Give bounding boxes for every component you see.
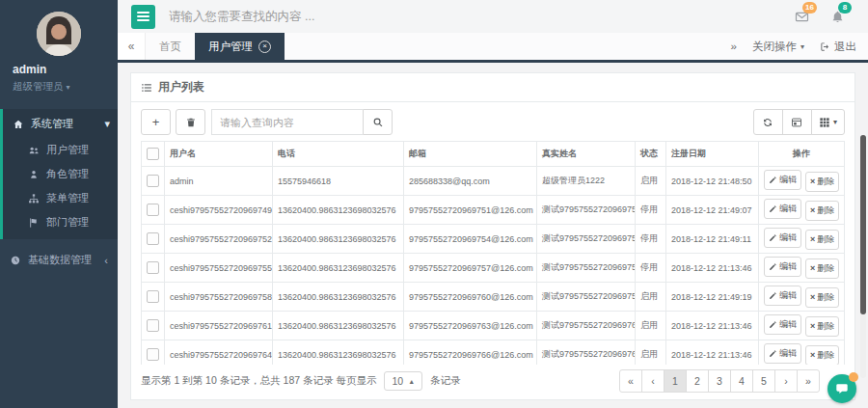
- pencil-icon: [769, 320, 777, 329]
- cell-phone: 13620400.9863123698032576: [273, 312, 404, 340]
- row-checkbox[interactable]: [147, 175, 159, 187]
- row-checkbox[interactable]: [147, 261, 159, 274]
- notifications-bell-icon[interactable]: 8: [830, 10, 845, 24]
- table-row: ceshi9795755272096976413620400.986312369…: [142, 340, 845, 366]
- cell-phone: 13620400.9863123698032576: [273, 225, 404, 254]
- sidebar-item-role-mgmt[interactable]: 角色管理: [3, 162, 118, 186]
- tab-user-mgmt[interactable]: 用户管理 ×: [195, 33, 285, 60]
- edit-button[interactable]: 编辑: [764, 199, 801, 219]
- scrollbar-track[interactable]: [860, 135, 866, 378]
- page-2-button[interactable]: 2: [686, 369, 709, 393]
- refresh-button[interactable]: [753, 109, 783, 135]
- delete-button[interactable]: ×删除: [805, 287, 839, 308]
- cell-status: 启用: [636, 283, 666, 312]
- cell-realname: 测试97957552720969756: [537, 254, 636, 283]
- sidebar: admin 超级管理员 ▾ 系统管理 ▾ 用户管理: [0, 0, 118, 408]
- global-search-input[interactable]: [167, 9, 585, 24]
- tabs-scroll-left-button[interactable]: «: [118, 33, 146, 60]
- cell-realname: 测试97957552720969765: [537, 340, 636, 366]
- cell-date: 2018-12-12 21:13:46: [666, 312, 759, 340]
- chevron-down-icon: ▾: [104, 118, 110, 130]
- sidebar-item-user-mgmt[interactable]: 用户管理: [3, 138, 118, 162]
- row-checkbox[interactable]: [147, 232, 159, 245]
- delete-selected-button[interactable]: [176, 109, 205, 135]
- tab-bar: « 首页 用户管理 × » 关闭操作 ▾ 退出: [118, 33, 868, 63]
- page-next-button[interactable]: ›: [774, 369, 798, 393]
- toggle-view-button[interactable]: [782, 109, 812, 135]
- messages-envelope-icon[interactable]: 16: [795, 10, 809, 24]
- edit-button[interactable]: 编辑: [764, 286, 801, 306]
- sidebar-item-label: 用户管理: [46, 143, 89, 157]
- cell-operations: 编辑×删除: [759, 312, 845, 340]
- sidebar-item-basic-data[interactable]: 基础数据管理 ‹: [0, 245, 118, 275]
- sidebar-item-label: 部门管理: [46, 215, 89, 230]
- row-checkbox[interactable]: [147, 290, 159, 303]
- notifications-badge: 8: [838, 2, 852, 14]
- cell-date: 2018-12-12 21:13:46: [666, 340, 759, 366]
- row-checkbox[interactable]: [147, 348, 159, 361]
- page-size-select[interactable]: 10 ▲: [384, 371, 422, 391]
- logout-button[interactable]: 退出: [820, 40, 856, 54]
- page-4-button[interactable]: 4: [730, 369, 753, 393]
- sidebar-item-label: 系统管理: [31, 117, 97, 131]
- tabs-scroll-right-button[interactable]: »: [731, 41, 737, 52]
- table-wrap: 用户名电话邮箱真实姓名状态注册日期操作 admin155759466182856…: [131, 141, 854, 365]
- sidebar-item-menu-mgmt[interactable]: 菜单管理: [3, 186, 118, 210]
- home-icon: [13, 119, 24, 130]
- pagination-summary-prefix: 显示第 1 到第 10 条记录，总共 187 条记录 每页显示: [141, 374, 376, 388]
- tab-home[interactable]: 首页: [146, 33, 195, 60]
- cell-username: ceshi97957552720969752: [165, 225, 273, 254]
- sidebar-group-system: 系统管理 ▾ 用户管理 角色管理: [0, 109, 118, 239]
- page-first-button[interactable]: «: [619, 369, 642, 393]
- cell-username: ceshi97957552720969761: [165, 312, 273, 340]
- edit-button[interactable]: 编辑: [764, 257, 801, 277]
- row-checkbox[interactable]: [147, 319, 159, 332]
- edit-button[interactable]: 编辑: [764, 314, 801, 335]
- sidebar-item-dept-mgmt[interactable]: 部门管理: [3, 210, 118, 234]
- cell-email: 97957552720969751@126.com: [404, 196, 537, 225]
- edit-button[interactable]: 编辑: [764, 228, 801, 248]
- edit-button[interactable]: 编辑: [764, 343, 801, 364]
- table-row: ceshi9795755272096975213620400.986312369…: [142, 225, 845, 254]
- delete-button[interactable]: ×删除: [805, 316, 839, 337]
- add-button[interactable]: +: [141, 109, 171, 135]
- cell-phone: 13620400.9863123698032576: [273, 196, 404, 225]
- caret-up-icon: ▲: [408, 378, 415, 385]
- sidebar-role-dropdown[interactable]: 超级管理员 ▾: [0, 77, 118, 94]
- page-prev-button[interactable]: ‹: [641, 369, 665, 393]
- scrollbar-thumb[interactable]: [860, 135, 866, 314]
- row-checkbox[interactable]: [147, 204, 159, 216]
- columns-button[interactable]: ▾: [811, 109, 845, 135]
- chat-fab-button[interactable]: [827, 374, 856, 403]
- user-icon: [28, 169, 40, 180]
- close-icon[interactable]: ×: [258, 41, 271, 53]
- column-header-7: 操作: [759, 142, 845, 167]
- delete-button[interactable]: ×删除: [805, 201, 839, 221]
- edit-button[interactable]: 编辑: [764, 170, 801, 190]
- delete-button[interactable]: ×删除: [805, 345, 839, 365]
- sidebar-item-system-mgmt[interactable]: 系统管理 ▾: [3, 110, 118, 138]
- page-last-button[interactable]: »: [797, 369, 820, 393]
- delete-button[interactable]: ×删除: [805, 258, 839, 279]
- delete-button[interactable]: ×删除: [805, 230, 839, 250]
- table-search-input[interactable]: [211, 109, 363, 135]
- column-header-1: 用户名: [165, 142, 273, 167]
- sidebar-toggle-button[interactable]: [131, 5, 155, 29]
- avatar[interactable]: [37, 12, 81, 56]
- avatar-photo: [37, 12, 81, 56]
- search-button[interactable]: [363, 109, 393, 135]
- sidebar-item-label: 基础数据管理: [28, 253, 97, 267]
- cell-email: 97957552720969754@126.com: [404, 225, 537, 254]
- cell-date: 2018-12-12 21:13:46: [666, 254, 759, 283]
- delete-button[interactable]: ×删除: [805, 172, 839, 192]
- page-3-button[interactable]: 3: [708, 369, 731, 393]
- table-row: ceshi9795755272096975513620400.986312369…: [142, 254, 845, 283]
- select-all-checkbox[interactable]: [147, 148, 159, 160]
- cell-realname: 超级管理员1222: [537, 167, 636, 196]
- pagination-bar: 显示第 1 到第 10 条记录，总共 187 条记录 每页显示 10 ▲ 条记录…: [131, 365, 854, 399]
- close-operations-dropdown[interactable]: 关闭操作 ▾: [752, 40, 804, 54]
- page-1-button[interactable]: 1: [664, 369, 687, 393]
- cell-status: 停用: [636, 225, 666, 254]
- page-5-button[interactable]: 5: [752, 369, 775, 393]
- cell-username: ceshi97957552720969758: [165, 283, 273, 312]
